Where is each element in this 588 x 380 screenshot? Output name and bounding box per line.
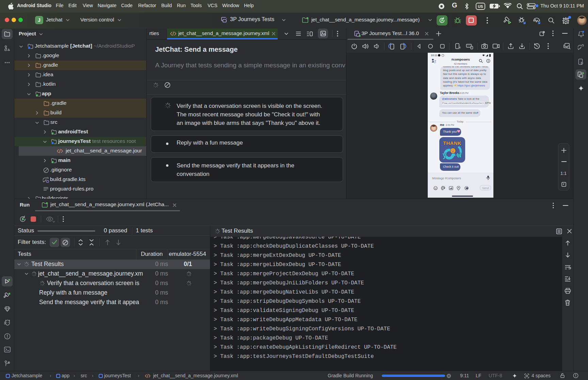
- svg-text:THANK: THANK: [443, 140, 461, 146]
- svg-text:US: US: [478, 4, 483, 9]
- svg-text:y: y: [442, 150, 447, 159]
- svg-text:u: u: [457, 150, 462, 159]
